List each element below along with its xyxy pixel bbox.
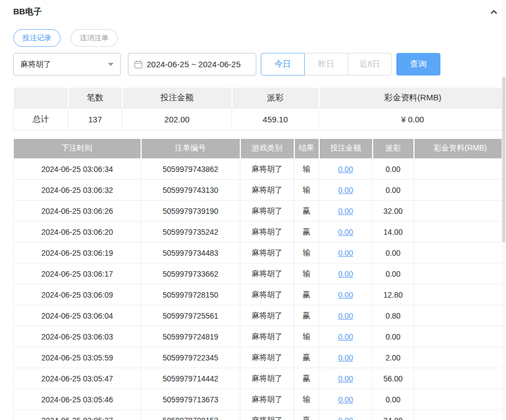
- table-row: 2024-06-25 03:06:035059979724819麻将胡了输0.0…: [14, 326, 506, 347]
- game-select[interactable]: 麻将胡了: [13, 53, 121, 76]
- summary-total-row: 总计137202.00459.10¥ 0.00: [14, 108, 506, 130]
- bet-amount-link[interactable]: 0.00: [338, 207, 353, 216]
- cell-order-id: 5059979728150: [141, 284, 240, 305]
- cell-order-id: 5059979722345: [141, 347, 240, 368]
- cell-payout: 2.00: [373, 347, 414, 368]
- scrollbar[interactable]: [502, 0, 506, 420]
- panel-header: BB电子: [13, 7, 506, 17]
- cell-bet: 0.00: [319, 389, 373, 410]
- cell-payout: 14.00: [373, 222, 414, 243]
- cell-bet: 0.00: [319, 243, 373, 263]
- yesterday-button[interactable]: 昨日: [304, 53, 348, 76]
- cell-time: 2024-06-25 03:05:37: [14, 410, 141, 420]
- cell-jackpot: [414, 222, 506, 243]
- cell-payout: 56.00: [373, 368, 414, 389]
- cell-order-id: 5059979735242: [141, 222, 240, 243]
- bet-amount-link[interactable]: 0.00: [338, 186, 353, 195]
- cell-time: 2024-06-25 03:06:04: [14, 305, 141, 326]
- cell-time: 2024-06-25 03:05:47: [14, 368, 141, 389]
- cell-time: 2024-06-25 03:06:09: [14, 284, 141, 305]
- cell-jackpot: [414, 368, 506, 389]
- cell-jackpot: [414, 284, 506, 305]
- records-header-cell: 彩金资料(RMB): [414, 139, 506, 159]
- cell-time: 2024-06-25 03:06:20: [14, 222, 141, 243]
- cell-payout: 32.00: [373, 201, 414, 222]
- cell-payout: 0.00: [373, 263, 414, 284]
- cell-order-id: 5059979739190: [141, 201, 240, 222]
- cell-payout: 0.00: [373, 243, 414, 263]
- cell-order-id: 5059979733662: [141, 263, 240, 284]
- cell-time: 2024-06-25 03:06:17: [14, 263, 141, 284]
- cell-result: 赢: [294, 201, 319, 222]
- cell-order-id: 5059979708153: [141, 410, 240, 420]
- tab-bet-records[interactable]: 投注记录: [13, 29, 61, 47]
- cell-bet: 0.00: [319, 201, 373, 222]
- chevron-up-icon[interactable]: [489, 8, 498, 17]
- cell-jackpot: [414, 201, 506, 222]
- records-header-cell: 下注时间: [14, 139, 141, 159]
- cell-time: 2024-06-25 03:06:19: [14, 243, 141, 263]
- table-row: 2024-06-25 03:05:375059979708153麻将胡了赢0.0…: [14, 410, 506, 420]
- cell-time: 2024-06-25 03:05:46: [14, 389, 141, 410]
- page-title: BB电子: [13, 7, 42, 17]
- records-header-cell: 投注金额: [319, 139, 373, 159]
- cell-result: 输: [294, 180, 319, 201]
- cell-payout: 0.00: [373, 389, 414, 410]
- cell-result: 赢: [294, 222, 319, 243]
- cell-bet: 0.00: [319, 326, 373, 347]
- table-row: 2024-06-25 03:06:045059979725561麻将胡了赢0.0…: [14, 305, 506, 326]
- bet-amount-link[interactable]: 0.00: [338, 395, 353, 404]
- bet-amount-link[interactable]: 0.00: [338, 416, 353, 420]
- cell-payout: 0.00: [373, 180, 414, 201]
- cell-jackpot: [414, 347, 506, 368]
- tab-cancelled-orders[interactable]: 连消注单: [71, 29, 118, 47]
- today-button[interactable]: 今日: [261, 53, 305, 76]
- scrollbar-thumb[interactable]: [502, 77, 505, 243]
- cell-payout: 12.80: [373, 284, 414, 305]
- last-8-days-button[interactable]: 近8日: [348, 53, 392, 76]
- summary-header-row: 笔数投注金额派彩彩金资料(RMB): [14, 88, 506, 108]
- bet-amount-link[interactable]: 0.00: [338, 290, 353, 299]
- cell-bet: 0.00: [319, 368, 373, 389]
- cell-result: 赢: [294, 284, 319, 305]
- table-row: 2024-06-25 03:06:195059979734483麻将胡了输0.0…: [14, 243, 506, 263]
- cell-game: 麻将胡了: [240, 305, 294, 326]
- tab-bar: 投注记录 连消注单: [13, 29, 506, 47]
- summary-header-cell: 彩金资料(RMB): [319, 88, 506, 108]
- cell-bet: 0.00: [319, 159, 373, 180]
- cell-game: 麻将胡了: [240, 284, 294, 305]
- bet-amount-link[interactable]: 0.00: [338, 374, 353, 383]
- records-header-cell: 派彩: [373, 139, 414, 159]
- bet-amount-link[interactable]: 0.00: [338, 165, 353, 174]
- bet-amount-link[interactable]: 0.00: [338, 270, 353, 278]
- summary-header-cell: [14, 88, 68, 108]
- cell-jackpot: [414, 159, 506, 180]
- bet-amount-link[interactable]: 0.00: [338, 249, 353, 257]
- cell-result: 赢: [294, 368, 319, 389]
- cell-jackpot: [414, 305, 506, 326]
- table-row: 2024-06-25 03:05:465059979713673麻将胡了输0.0…: [14, 389, 506, 410]
- cell-game: 麻将胡了: [240, 410, 294, 420]
- bet-amount-link[interactable]: 0.00: [338, 311, 353, 320]
- cell-jackpot: [414, 389, 506, 410]
- chevron-down-icon: [108, 63, 114, 66]
- table-row: 2024-06-25 03:06:325059979743130麻将胡了输0.0…: [14, 180, 506, 201]
- cell-payout: 34.80: [373, 410, 414, 420]
- cell-jackpot: [414, 180, 506, 201]
- cell-result: 赢: [294, 347, 319, 368]
- summary-cell: 总计: [14, 108, 68, 130]
- cell-jackpot: [414, 243, 506, 263]
- cell-order-id: 5059979734483: [141, 243, 240, 263]
- bet-amount-link[interactable]: 0.00: [338, 353, 353, 362]
- date-range-picker[interactable]: 2024-06-25 ~ 2024-06-25: [128, 53, 256, 76]
- cell-result: 输: [294, 159, 319, 180]
- cell-order-id: 5059979725561: [141, 305, 240, 326]
- table-row: 2024-06-25 03:06:095059979728150麻将胡了赢0.0…: [14, 284, 506, 305]
- records-header-cell: 游戏类别: [240, 139, 294, 159]
- cell-time: 2024-06-25 03:06:26: [14, 201, 141, 222]
- summary-cell: 459.10: [232, 108, 319, 130]
- bet-amount-link[interactable]: 0.00: [338, 332, 353, 341]
- search-button[interactable]: 查询: [396, 53, 440, 76]
- bet-amount-link[interactable]: 0.00: [338, 228, 353, 236]
- cell-result: 输: [294, 243, 319, 263]
